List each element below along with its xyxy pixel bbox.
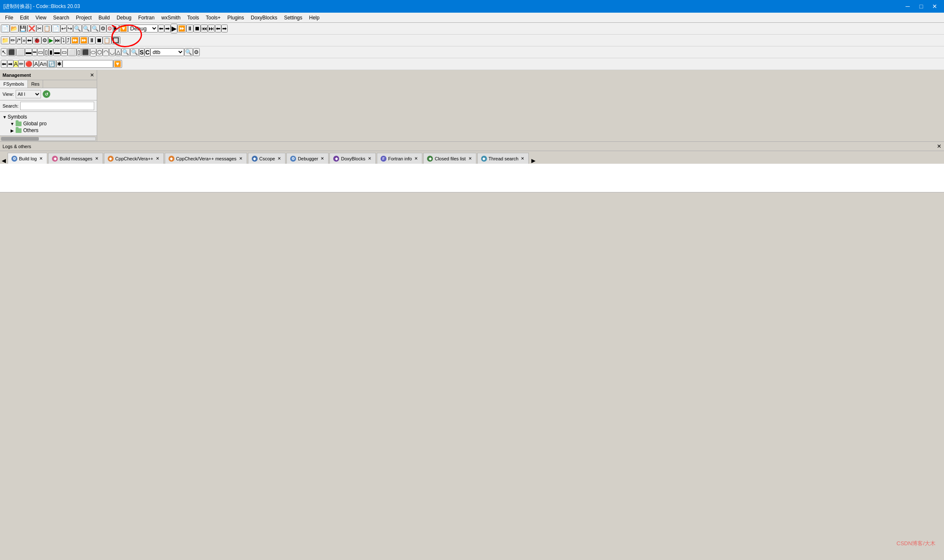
tab-cscope[interactable]: ◆ Cscope ✕: [248, 153, 286, 164]
tb-new[interactable]: 📄: [1, 24, 10, 32]
tb3-oval[interactable]: ⬭: [90, 48, 96, 57]
tb2-edit[interactable]: ✏: [10, 36, 16, 44]
tb2-debug[interactable]: 🐞: [33, 36, 41, 44]
tb-stop-red[interactable]: ⏹: [193, 24, 201, 32]
symbols-expand[interactable]: ▼: [2, 115, 8, 119]
tb4-back[interactable]: ⬅: [1, 60, 7, 68]
fortran-info-close[interactable]: ✕: [414, 156, 419, 161]
tb4-color[interactable]: 🔴: [24, 60, 33, 68]
tb-close[interactable]: ❌: [27, 24, 36, 32]
tab-build-log[interactable]: ⚙ Build log ✕: [8, 153, 47, 164]
tb2-step-out[interactable]: ⤴: [66, 36, 71, 44]
menu-edit[interactable]: Edit: [16, 13, 32, 22]
tb4-pencil[interactable]: ✏: [18, 60, 24, 68]
tb4-fwd[interactable]: ➡: [7, 60, 14, 68]
sidebar-tab-res[interactable]: Res: [28, 80, 44, 88]
tree-refresh-icon[interactable]: ↺: [43, 90, 50, 98]
thread-search-close[interactable]: ✕: [520, 156, 525, 161]
tb-stop[interactable]: ▶: [113, 24, 119, 32]
tb-paste[interactable]: 📄: [52, 24, 60, 32]
menu-view[interactable]: View: [32, 13, 50, 22]
menu-plugins[interactable]: Plugins: [224, 13, 247, 22]
tree-node-others[interactable]: ▶ Others: [2, 127, 95, 134]
tb-find-replace[interactable]: 🔍: [82, 24, 91, 32]
build-messages-close[interactable]: ✕: [94, 156, 99, 161]
menu-file[interactable]: File: [2, 13, 16, 22]
tb3-select[interactable]: ↖: [1, 48, 7, 56]
tb3-tri[interactable]: △: [115, 48, 121, 56]
tab-build-messages[interactable]: ◆ Build messages ✕: [48, 153, 103, 164]
tb-pause[interactable]: ⏸: [186, 24, 193, 32]
tb2-comment[interactable]: /*: [16, 36, 22, 44]
sidebar-tab-fsymbols[interactable]: FSymbols: [0, 80, 28, 88]
menu-tools[interactable]: Tools: [184, 13, 202, 22]
tb2-next-inst[interactable]: ⏩: [79, 36, 88, 44]
build-log-close[interactable]: ✕: [38, 156, 44, 161]
tb3-rect3[interactable]: ▬: [25, 48, 32, 56]
others-expand[interactable]: ▶: [9, 128, 15, 133]
menu-wxsmith[interactable]: wxSmith: [158, 13, 184, 22]
tb3-r5[interactable]: ▭: [61, 48, 68, 56]
menu-settings[interactable]: Settings: [280, 13, 305, 22]
scrollbar-thumb[interactable]: [1, 137, 39, 141]
tb-nav-back[interactable]: ⬅: [158, 24, 164, 32]
tb-redo[interactable]: ↪: [67, 24, 73, 32]
tb2-watches[interactable]: 📋: [103, 36, 112, 44]
tb4-search-box[interactable]: [63, 60, 113, 68]
tb2-step-into[interactable]: ⤵: [61, 36, 66, 44]
tb-build-gear[interactable]: ⚙: [100, 24, 106, 32]
tb-next-bookmark[interactable]: ⏭: [208, 24, 215, 32]
tb4-dropdown[interactable]: 🔽: [113, 60, 122, 68]
menu-build[interactable]: Build: [95, 13, 113, 22]
tab-cppcheck[interactable]: ◆ CppCheck/Vera++ ✕: [104, 153, 164, 164]
tb4-font-a[interactable]: A: [33, 60, 39, 68]
tb3-r2[interactable]: ▯: [44, 48, 49, 56]
tb3-arc[interactable]: ◠: [103, 48, 109, 56]
tb3-line[interactable]: ━: [32, 48, 37, 56]
tb-save[interactable]: 💾: [19, 24, 27, 32]
tb2-pause2[interactable]: ⏸: [88, 36, 95, 44]
cppcheck-messages-close[interactable]: ✕: [238, 156, 243, 161]
tb2-mem-dump[interactable]: 🔲: [112, 36, 120, 44]
tb2-run[interactable]: ▶: [48, 36, 54, 44]
tb-prev-bookmark[interactable]: ⏮: [201, 24, 208, 32]
doxyblocks-close[interactable]: ✕: [367, 156, 372, 161]
tb2-folder[interactable]: 📁: [1, 36, 10, 44]
menu-tools-plus[interactable]: Tools+: [202, 13, 224, 22]
tb-run-debug-gear[interactable]: ⚙: [106, 24, 113, 32]
tb-find-next[interactable]: 🔍: [91, 24, 100, 32]
tb3-rect1[interactable]: ⬛: [7, 48, 16, 56]
tb4-highlight[interactable]: A: [14, 60, 18, 68]
tb-run-next[interactable]: ⏩: [177, 24, 186, 32]
tb-cut[interactable]: ✂: [36, 24, 43, 32]
tb2-stop2[interactable]: ⏹: [95, 36, 103, 44]
tb2-back[interactable]: ⬅: [26, 36, 33, 44]
tb-jump-back[interactable]: ⬅: [215, 24, 221, 32]
tb3-poly[interactable]: ⬡: [96, 48, 103, 56]
cscope-close[interactable]: ✕: [277, 156, 282, 161]
tb3-zoom-out[interactable]: 🔍: [130, 48, 139, 56]
tab-thread-search[interactable]: ◆ Thread search ✕: [477, 153, 529, 164]
tab-cppcheck-messages[interactable]: ◆ CppCheck/Vera++ messages ✕: [165, 153, 247, 164]
debug-config-combo[interactable]: Debug Release: [128, 24, 158, 32]
tab-debugger[interactable]: ⚙ Debugger ✕: [286, 153, 329, 164]
tb3-r1[interactable]: ▭: [37, 48, 44, 56]
tb3-s-btn[interactable]: S: [139, 48, 144, 57]
menu-fortran[interactable]: Fortran: [135, 13, 158, 22]
sidebar-close-btn[interactable]: ✕: [90, 72, 94, 78]
search-input[interactable]: [20, 102, 94, 110]
tb3-r6[interactable]: ⬜: [68, 48, 76, 56]
tb3-r3[interactable]: ▮: [49, 48, 53, 56]
tab-doxyblocks[interactable]: ◆ DoxyBlocks ✕: [329, 153, 375, 164]
view-select[interactable]: All l: [16, 90, 41, 98]
tb-undo[interactable]: ↩: [60, 24, 67, 32]
tb2-xml[interactable]: »: [22, 36, 26, 44]
tb3-r7[interactable]: ▯: [76, 48, 81, 56]
tb2-step-over[interactable]: ⏭: [54, 36, 61, 44]
tb3-dtb-combo[interactable]: dtb: [150, 48, 184, 56]
cppcheck-close[interactable]: ✕: [155, 156, 160, 161]
scrollbar-track[interactable]: [1, 137, 96, 141]
tb4-asterisk[interactable]: ✱: [56, 60, 63, 68]
tb4-refresh[interactable]: 🔃: [47, 60, 56, 68]
maximize-button[interactable]: □: [915, 2, 927, 11]
